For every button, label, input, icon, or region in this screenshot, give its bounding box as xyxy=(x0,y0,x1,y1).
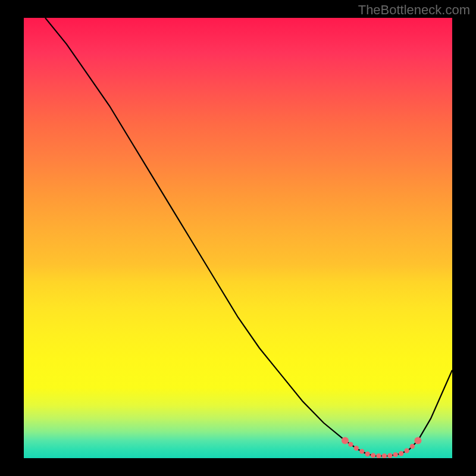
sweet-spot-highlight xyxy=(342,437,421,458)
highlight-dot xyxy=(376,453,381,458)
highlight-dot xyxy=(414,437,421,444)
highlight-dot xyxy=(365,452,370,456)
highlight-dot xyxy=(410,444,415,449)
highlight-dot xyxy=(382,453,387,458)
watermark-text: TheBottleneck.com xyxy=(358,2,470,18)
bottleneck-curve xyxy=(45,18,452,456)
highlight-dot xyxy=(348,442,353,447)
highlight-dot xyxy=(404,448,409,453)
highlight-dot xyxy=(387,453,392,458)
highlight-dot xyxy=(342,437,349,444)
highlight-dot xyxy=(359,449,364,453)
highlight-dot xyxy=(393,452,398,457)
curve-layer xyxy=(24,18,452,458)
plot-area xyxy=(24,18,452,458)
chart-container: TheBottleneck.com xyxy=(0,0,476,476)
highlight-dot xyxy=(354,446,359,450)
highlight-dot xyxy=(399,451,403,456)
highlight-dot xyxy=(371,453,375,458)
